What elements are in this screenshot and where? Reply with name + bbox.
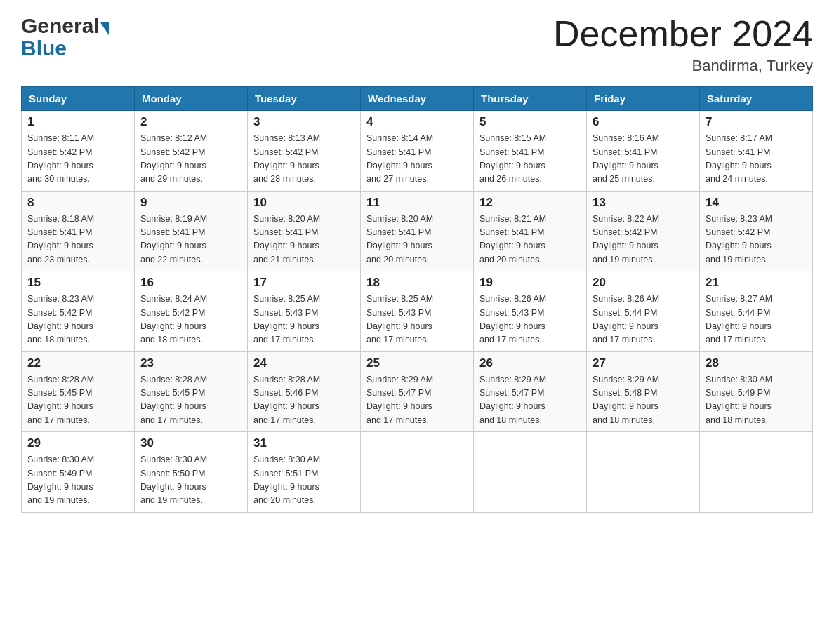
day-number: 4 (366, 115, 468, 129)
day-info: Sunrise: 8:28 AMSunset: 5:45 PMDaylight:… (27, 373, 128, 428)
table-row: 12Sunrise: 8:21 AMSunset: 5:41 PMDayligh… (474, 191, 587, 271)
day-number: 15 (27, 276, 128, 290)
table-row: 6Sunrise: 8:16 AMSunset: 5:41 PMDaylight… (587, 111, 700, 192)
day-info: Sunrise: 8:18 AMSunset: 5:41 PMDaylight:… (27, 213, 128, 267)
col-tuesday: Tuesday (248, 87, 361, 111)
calendar-week-row: 29Sunrise: 8:30 AMSunset: 5:49 PMDayligh… (22, 432, 813, 513)
day-info: Sunrise: 8:23 AMSunset: 5:42 PMDaylight:… (706, 213, 807, 267)
day-number: 28 (706, 356, 807, 370)
table-row: 2Sunrise: 8:12 AMSunset: 5:42 PMDaylight… (135, 111, 248, 192)
table-row: 28Sunrise: 8:30 AMSunset: 5:49 PMDayligh… (700, 351, 813, 432)
col-friday: Friday (587, 87, 700, 111)
calendar-week-row: 1Sunrise: 8:11 AMSunset: 5:42 PMDaylight… (22, 111, 813, 192)
day-number: 5 (479, 115, 581, 129)
table-row: 19Sunrise: 8:26 AMSunset: 5:43 PMDayligh… (474, 271, 587, 352)
col-wednesday: Wednesday (361, 87, 474, 111)
table-row (700, 432, 813, 513)
day-info: Sunrise: 8:21 AMSunset: 5:41 PMDaylight:… (479, 213, 581, 267)
day-info: Sunrise: 8:26 AMSunset: 5:43 PMDaylight:… (479, 293, 581, 347)
day-number: 1 (27, 115, 128, 129)
table-row: 8Sunrise: 8:18 AMSunset: 5:41 PMDaylight… (22, 191, 135, 271)
day-info: Sunrise: 8:26 AMSunset: 5:44 PMDaylight:… (593, 293, 694, 347)
table-row: 21Sunrise: 8:27 AMSunset: 5:44 PMDayligh… (700, 271, 813, 352)
table-row: 26Sunrise: 8:29 AMSunset: 5:47 PMDayligh… (474, 351, 587, 432)
table-row: 20Sunrise: 8:26 AMSunset: 5:44 PMDayligh… (587, 271, 700, 352)
day-info: Sunrise: 8:24 AMSunset: 5:42 PMDaylight:… (140, 293, 241, 347)
table-row: 30Sunrise: 8:30 AMSunset: 5:50 PMDayligh… (135, 432, 248, 513)
day-info: Sunrise: 8:17 AMSunset: 5:41 PMDaylight:… (706, 132, 807, 187)
calendar-week-row: 22Sunrise: 8:28 AMSunset: 5:45 PMDayligh… (22, 351, 813, 432)
logo: General Blue (21, 14, 109, 60)
table-row: 9Sunrise: 8:19 AMSunset: 5:41 PMDaylight… (135, 191, 248, 271)
table-row: 22Sunrise: 8:28 AMSunset: 5:45 PMDayligh… (22, 351, 135, 432)
table-row: 4Sunrise: 8:14 AMSunset: 5:41 PMDaylight… (361, 111, 474, 192)
day-info: Sunrise: 8:28 AMSunset: 5:45 PMDaylight:… (140, 373, 241, 428)
title-area: December 2024 Bandirma, Turkey (553, 14, 813, 75)
day-number: 12 (479, 196, 581, 210)
col-saturday: Saturday (700, 87, 813, 111)
day-number: 2 (140, 115, 241, 129)
day-number: 8 (27, 196, 128, 210)
day-number: 11 (366, 196, 468, 210)
table-row: 16Sunrise: 8:24 AMSunset: 5:42 PMDayligh… (135, 271, 248, 352)
day-number: 26 (479, 356, 581, 370)
day-number: 14 (706, 196, 807, 210)
day-info: Sunrise: 8:20 AMSunset: 5:41 PMDaylight:… (366, 213, 468, 267)
day-number: 30 (140, 436, 241, 450)
day-number: 27 (593, 356, 694, 370)
logo-blue-text: Blue (21, 36, 67, 60)
day-number: 23 (140, 356, 241, 370)
day-number: 21 (706, 276, 807, 290)
day-number: 29 (27, 436, 128, 450)
table-row (361, 432, 474, 513)
day-number: 16 (140, 276, 241, 290)
day-info: Sunrise: 8:22 AMSunset: 5:42 PMDaylight:… (593, 213, 694, 267)
table-row: 11Sunrise: 8:20 AMSunset: 5:41 PMDayligh… (361, 191, 474, 271)
day-number: 13 (593, 196, 694, 210)
day-info: Sunrise: 8:11 AMSunset: 5:42 PMDaylight:… (27, 132, 128, 187)
calendar-table: Sunday Monday Tuesday Wednesday Thursday… (21, 86, 813, 513)
day-number: 7 (706, 115, 807, 129)
month-title: December 2024 (553, 14, 813, 54)
day-number: 20 (593, 276, 694, 290)
day-info: Sunrise: 8:28 AMSunset: 5:46 PMDaylight:… (253, 373, 355, 428)
day-info: Sunrise: 8:15 AMSunset: 5:41 PMDaylight:… (479, 132, 581, 187)
table-row: 31Sunrise: 8:30 AMSunset: 5:51 PMDayligh… (248, 432, 361, 513)
table-row: 14Sunrise: 8:23 AMSunset: 5:42 PMDayligh… (700, 191, 813, 271)
day-info: Sunrise: 8:30 AMSunset: 5:50 PMDaylight:… (140, 453, 241, 508)
day-number: 25 (366, 356, 468, 370)
col-sunday: Sunday (22, 87, 135, 111)
day-info: Sunrise: 8:12 AMSunset: 5:42 PMDaylight:… (140, 132, 241, 187)
day-info: Sunrise: 8:30 AMSunset: 5:51 PMDaylight:… (253, 453, 355, 508)
logo-general-text: General (21, 14, 100, 38)
day-info: Sunrise: 8:30 AMSunset: 5:49 PMDaylight:… (706, 373, 807, 428)
calendar-week-row: 15Sunrise: 8:23 AMSunset: 5:42 PMDayligh… (22, 271, 813, 352)
day-number: 22 (27, 356, 128, 370)
day-info: Sunrise: 8:30 AMSunset: 5:49 PMDaylight:… (27, 453, 128, 508)
day-info: Sunrise: 8:29 AMSunset: 5:47 PMDaylight:… (366, 373, 468, 428)
day-number: 9 (140, 196, 241, 210)
table-row: 10Sunrise: 8:20 AMSunset: 5:41 PMDayligh… (248, 191, 361, 271)
table-row (474, 432, 587, 513)
day-number: 31 (253, 436, 355, 450)
day-number: 24 (253, 356, 355, 370)
col-monday: Monday (135, 87, 248, 111)
table-row: 17Sunrise: 8:25 AMSunset: 5:43 PMDayligh… (248, 271, 361, 352)
day-info: Sunrise: 8:25 AMSunset: 5:43 PMDaylight:… (253, 293, 355, 347)
day-number: 18 (366, 276, 468, 290)
day-info: Sunrise: 8:19 AMSunset: 5:41 PMDaylight:… (140, 213, 241, 267)
day-info: Sunrise: 8:29 AMSunset: 5:48 PMDaylight:… (593, 373, 694, 428)
day-info: Sunrise: 8:16 AMSunset: 5:41 PMDaylight:… (593, 132, 694, 187)
table-row: 15Sunrise: 8:23 AMSunset: 5:42 PMDayligh… (22, 271, 135, 352)
day-info: Sunrise: 8:14 AMSunset: 5:41 PMDaylight:… (366, 132, 468, 187)
table-row: 29Sunrise: 8:30 AMSunset: 5:49 PMDayligh… (22, 432, 135, 513)
day-info: Sunrise: 8:27 AMSunset: 5:44 PMDaylight:… (706, 293, 807, 347)
table-row: 7Sunrise: 8:17 AMSunset: 5:41 PMDaylight… (700, 111, 813, 192)
table-row: 5Sunrise: 8:15 AMSunset: 5:41 PMDaylight… (474, 111, 587, 192)
table-row: 24Sunrise: 8:28 AMSunset: 5:46 PMDayligh… (248, 351, 361, 432)
day-number: 6 (593, 115, 694, 129)
table-row: 27Sunrise: 8:29 AMSunset: 5:48 PMDayligh… (587, 351, 700, 432)
page-header: General Blue December 2024 Bandirma, Tur… (21, 14, 813, 75)
day-number: 10 (253, 196, 355, 210)
table-row: 25Sunrise: 8:29 AMSunset: 5:47 PMDayligh… (361, 351, 474, 432)
